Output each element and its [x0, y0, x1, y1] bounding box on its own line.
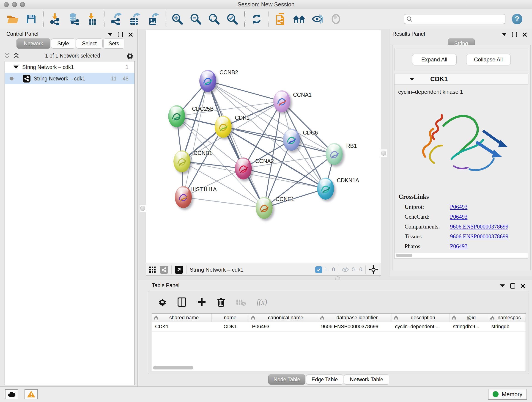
collapse-all-networks-icon[interactable] — [4, 52, 10, 59]
network-type-badge-icon — [160, 266, 168, 274]
crosslink-tissues-link[interactable]: 9606.ENSP00000378699 — [450, 233, 508, 240]
expand-all-button[interactable]: Expand All — [412, 54, 457, 65]
tree-expander-icon[interactable] — [13, 65, 19, 69]
tab-style[interactable]: Style — [51, 38, 75, 49]
crosslink-uniprot-link[interactable]: P06493 — [450, 204, 467, 210]
network-node-cdkn1a[interactable] — [317, 178, 334, 200]
string-results-container: Expand All Collapse All CDK1 cyclin–depe… — [392, 45, 531, 270]
annotation-button[interactable] — [272, 11, 290, 27]
panel-menu-icon[interactable] — [500, 284, 505, 287]
delete-table-icon[interactable] — [236, 298, 246, 306]
float-panel-icon[interactable] — [512, 32, 517, 37]
network-node-ccna2[interactable] — [235, 157, 252, 179]
right-splitter-handle[interactable] — [380, 149, 387, 157]
birds-eye-view-icon[interactable] — [149, 266, 156, 274]
add-column-icon[interactable] — [197, 298, 206, 307]
show-graphics-details-button[interactable] — [327, 11, 345, 27]
network-collection-row[interactable]: String Network – cdk1 1 — [5, 61, 134, 73]
network-node-hist1h1a[interactable] — [175, 186, 192, 208]
network-row-selected[interactable]: String Network – cdk1 11 48 — [5, 73, 134, 84]
gene-section-header[interactable]: CDK1 — [394, 74, 528, 85]
network-node-cdc6[interactable] — [283, 129, 300, 151]
zoom-selected-button[interactable] — [223, 11, 241, 27]
network-node-count: 11 — [111, 76, 117, 82]
column-header-namespace[interactable]: namespac — [488, 313, 526, 322]
import-network-file-button[interactable] — [46, 11, 65, 27]
network-node-ccna1[interactable] — [273, 90, 290, 112]
hide-selected-button[interactable] — [308, 11, 327, 27]
cloud-status-button[interactable] — [5, 389, 18, 399]
zoom-out-button[interactable] — [186, 11, 205, 27]
open-in-string-icon[interactable] — [175, 266, 183, 274]
expand-all-networks-icon[interactable] — [13, 52, 19, 59]
network-canvas[interactable]: CCNB2CCNA1CDC25BCDK1CDC6RB1CCNB1CCNA2CDK… — [146, 30, 381, 276]
export-table-button[interactable] — [126, 11, 144, 27]
column-header-description[interactable]: description — [392, 313, 450, 322]
close-panel-icon[interactable] — [522, 32, 527, 37]
panel-menu-icon[interactable] — [502, 33, 507, 36]
table-options-gear-icon[interactable] — [158, 298, 167, 306]
section-expander-icon[interactable] — [410, 78, 414, 81]
save-session-button[interactable] — [22, 11, 40, 27]
network-node-cdc25b[interactable] — [168, 105, 185, 127]
zoom-fit-button[interactable] — [205, 11, 223, 27]
import-network-database-button[interactable] — [65, 11, 83, 27]
network-node-rb1[interactable] — [326, 143, 343, 165]
column-header-canonical-name[interactable]: canonical name — [249, 313, 318, 322]
float-panel-icon[interactable] — [510, 283, 515, 288]
network-node-ccnb2[interactable] — [199, 70, 216, 92]
import-table-file-button[interactable] — [83, 11, 101, 27]
node-label-cdc25b: CDC25B — [192, 106, 214, 112]
close-panel-icon[interactable] — [128, 32, 133, 37]
column-header-database-identifier[interactable]: database identifier — [318, 313, 392, 322]
network-node-ccnb1[interactable] — [173, 150, 190, 172]
export-network-button[interactable] — [107, 11, 126, 27]
collapse-all-button[interactable]: Collapse All — [466, 54, 511, 65]
tab-network[interactable]: Network — [17, 38, 51, 49]
function-builder-button[interactable]: f(x) — [257, 298, 267, 306]
help-button[interactable]: ? — [512, 14, 522, 24]
results-horizontal-scrollbar[interactable] — [395, 253, 528, 258]
column-header-id[interactable]: @id — [450, 313, 488, 322]
hidden-items-eye-icon[interactable] — [342, 267, 349, 273]
tab-network-table[interactable]: Network Table — [344, 375, 389, 385]
crosslink-genecard-link[interactable]: P06493 — [450, 214, 467, 220]
table-row[interactable]: CDK1 CDK1 P06493 9606.ENSP00000378699 cy… — [152, 322, 526, 332]
float-panel-icon[interactable] — [118, 32, 123, 37]
tab-sets[interactable]: Sets — [103, 38, 124, 49]
column-header-name[interactable]: name — [212, 313, 249, 322]
results-panel-title: Results Panel — [393, 31, 425, 37]
show-columns-icon[interactable] — [177, 297, 186, 307]
delete-column-icon[interactable] — [217, 297, 225, 307]
fit-selection-crosshair-icon[interactable] — [369, 265, 378, 274]
network-options-gear-icon[interactable] — [126, 52, 134, 60]
zoom-in-button[interactable] — [168, 11, 186, 27]
network-overview-button[interactable] — [290, 11, 308, 27]
refresh-button[interactable] — [247, 11, 266, 27]
close-panel-icon[interactable] — [520, 284, 525, 288]
network-node-ccne1[interactable] — [256, 197, 273, 219]
export-image-button[interactable] — [144, 11, 162, 27]
crosslink-label: Compartments: — [405, 223, 450, 230]
selected-items-checkbox-icon[interactable] — [315, 266, 322, 273]
cell-id: stringdb:9... — [450, 322, 488, 332]
warnings-button[interactable] — [25, 389, 38, 399]
results-panel: Results Panel String Expand All Collapse… — [390, 29, 532, 276]
network-node-cdk1[interactable] — [215, 116, 232, 138]
crosslinks-section: CrossLinks Uniprot: P06493 GeneCard: P06… — [394, 190, 528, 249]
crosslink-label: Uniprot: — [405, 204, 450, 210]
tab-edge-table[interactable]: Edge Table — [306, 375, 343, 385]
memory-button[interactable]: Memory — [488, 389, 527, 400]
tab-select[interactable]: Select — [76, 38, 103, 49]
search-input[interactable] — [414, 16, 503, 22]
open-session-button[interactable] — [4, 11, 22, 27]
table-horizontal-scrollbar[interactable] — [152, 365, 525, 370]
gene-description: cyclin–dependent kinase 1 — [394, 85, 528, 96]
column-header-shared-name[interactable]: shared name — [152, 313, 212, 322]
crosslink-pharos-link[interactable]: P06493 — [450, 243, 467, 249]
table-panel-tabs: Node Table Edge Table Network Table — [268, 375, 390, 385]
left-splitter-handle[interactable] — [139, 204, 146, 212]
crosslink-compartments-link[interactable]: 9606.ENSP00000378699 — [450, 223, 508, 230]
panel-menu-icon[interactable] — [108, 33, 113, 36]
tab-node-table[interactable]: Node Table — [268, 375, 305, 385]
